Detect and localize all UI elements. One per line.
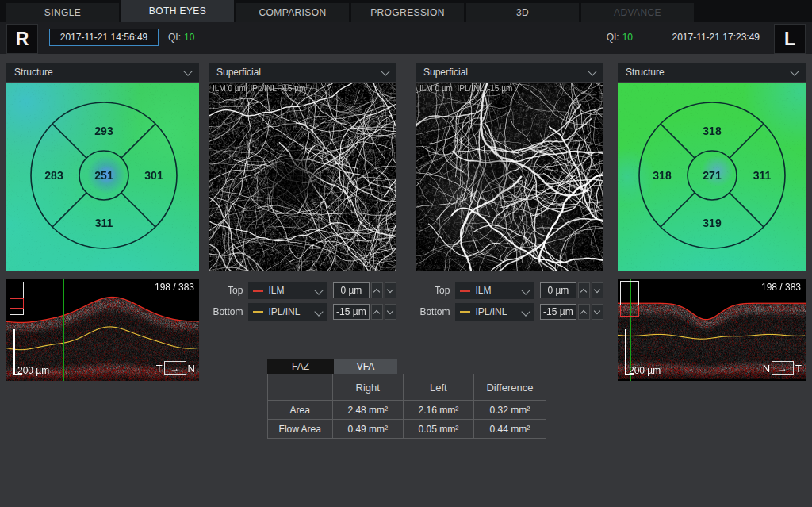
right-scan-position-line[interactable] — [63, 279, 64, 381]
left-bscan-viewport[interactable]: 198 / 383 200 µm N → T — [618, 279, 806, 381]
chevron-up-icon — [373, 309, 380, 316]
left-bottom-offset-field[interactable]: -15 µm — [540, 304, 576, 320]
tab-progression[interactable]: PROGRESSION — [351, 3, 464, 22]
compass-right-letter: T — [795, 363, 802, 374]
top-layer-label: Top — [416, 285, 450, 296]
metric-label: Flow Area — [268, 420, 333, 439]
left-top-offset-field[interactable]: 0 µm — [540, 282, 576, 298]
etdrs-value-temporal: 311 — [753, 169, 772, 182]
right-qi: QI: 10 — [168, 29, 194, 46]
right-bottom-offset-increment-button[interactable] — [371, 304, 383, 320]
tab-both-eyes[interactable]: BOTH EYES — [121, 0, 234, 22]
right-top-offset-field[interactable]: 0 µm — [333, 282, 369, 298]
right-angio-slab-label: Superficial — [216, 67, 261, 78]
right-frame-counter: 198 / 383 — [155, 282, 194, 293]
ipl-inl-line-color-icon — [253, 311, 263, 313]
flow-area-right-value: 0.49 mm² — [332, 420, 403, 439]
header-left: Left — [403, 374, 473, 401]
left-top-offset-increment-button[interactable] — [578, 282, 590, 298]
exam-header: R 2017-11-21 14:56:49 QI: 10 QI: 10 2017… — [0, 22, 812, 54]
right-top-offset-decrement-button[interactable] — [385, 282, 396, 298]
right-top-offset-increment-button[interactable] — [371, 282, 383, 298]
left-slab-boundaries-overlay: ILM 0 µm IPL/INL -15 µm — [419, 84, 512, 93]
etdrs-value-superior: 318 — [703, 125, 722, 137]
left-bottom-layer-select[interactable]: IPL/INL — [455, 303, 534, 321]
table-row: Flow Area 0.49 mm² 0.05 mm² 0.44 mm² — [268, 420, 546, 439]
chevron-up-icon — [373, 288, 380, 294]
right-angiography-image[interactable] — [209, 83, 396, 271]
right-angio-slab-dropdown[interactable]: Superficial — [209, 63, 396, 82]
left-slab-range-indicator-icon — [620, 305, 639, 317]
left-qi: QI: 10 — [607, 29, 633, 46]
tab-faz[interactable]: FAZ — [267, 359, 334, 374]
right-structure-panel: Structure 293 283 251 301 — [6, 63, 199, 271]
left-bottom-offset-increment-button[interactable] — [578, 304, 590, 320]
left-frame-counter: 198 / 383 — [761, 282, 801, 293]
left-bottom-layer-value: IPL/INL — [475, 306, 507, 317]
app-window: SINGLE BOTH EYES COMPARISON PROGRESSION … — [0, 0, 812, 507]
measurement-table: Right Left Difference Area 2.48 mm² 2.16… — [267, 374, 546, 439]
left-qi-value: 10 — [622, 32, 633, 43]
left-qi-label: QI: — [607, 32, 619, 43]
chevron-down-icon — [594, 286, 600, 293]
header-difference: Difference — [473, 374, 546, 401]
etdrs-value-center: 271 — [703, 169, 722, 182]
right-angio-panel: Superficial ILM 0 µm IPL/INL -15 µm — [209, 63, 396, 271]
right-bottom-layer-value: IPL/INL — [268, 306, 300, 317]
tab-comparison[interactable]: COMPARISON — [236, 3, 349, 22]
left-top-layer-select[interactable]: ILM — [455, 282, 534, 299]
right-bottom-offset-decrement-button[interactable] — [385, 304, 396, 320]
left-angio-slab-dropdown[interactable]: Superficial — [416, 63, 603, 82]
tab-3d[interactable]: 3D — [466, 3, 579, 22]
tab-single[interactable]: SINGLE — [6, 3, 119, 22]
metric-label: Area — [268, 401, 333, 420]
chevron-down-icon — [522, 286, 530, 294]
right-bottom-offset-field[interactable]: -15 µm — [333, 304, 369, 320]
right-bscan-viewport[interactable]: 198 / 383 200 µm T → N — [6, 279, 199, 381]
right-slab-range-indicator-icon — [10, 298, 24, 309]
chevron-down-icon — [522, 307, 530, 316]
chevron-up-icon — [580, 309, 587, 316]
compass-right-letter: N — [188, 363, 195, 374]
compass-left-letter: N — [763, 363, 770, 374]
right-orientation-compass: T → N — [156, 361, 195, 375]
faz-measurements-block: FAZ VFA Right Left Difference Area 2.48 … — [267, 359, 546, 439]
flow-area-left-value: 0.05 mm² — [403, 420, 473, 439]
left-slab-controls: Top ILM 0 µm Bottom IPL/INL -15 µm — [416, 282, 603, 325]
bottom-layer-label: Bottom — [416, 306, 450, 317]
chevron-down-icon — [183, 67, 192, 75]
left-angio-panel: Superficial ILM 0 µm IPL/INL -15 µm — [416, 63, 603, 271]
left-top-offset-decrement-button[interactable] — [592, 282, 603, 298]
right-scale-label: 200 µm — [17, 365, 49, 376]
ilm-line-color-icon — [460, 290, 470, 292]
tab-vfa[interactable]: VFA — [334, 359, 397, 374]
top-layer-label: Top — [209, 285, 243, 296]
left-structure-dropdown[interactable]: Structure — [618, 63, 806, 82]
right-top-layer-select[interactable]: ILM — [248, 282, 327, 299]
measurement-tabs: FAZ VFA — [267, 359, 546, 374]
chevron-down-icon — [790, 67, 799, 75]
right-qi-label: QI: — [168, 32, 181, 43]
left-eye-badge: L — [774, 24, 806, 54]
bottom-layer-label: Bottom — [209, 306, 243, 317]
right-exam-date-field[interactable]: 2017-11-21 14:56:49 — [49, 29, 159, 46]
left-exam-date: 2017-11-21 17:23:49 — [672, 29, 760, 46]
chevron-down-icon — [594, 308, 600, 314]
right-structure-dropdown[interactable]: Structure — [6, 63, 199, 82]
left-structure-dropdown-label: Structure — [626, 67, 665, 78]
right-slab-controls: Top ILM 0 µm Bottom IPL/INL -15 µm — [209, 282, 396, 325]
left-etdrs-grid: 318 318 271 311 319 — [618, 83, 806, 271]
right-structure-dropdown-label: Structure — [14, 67, 53, 78]
area-difference-value: 0.32 mm² — [473, 401, 546, 420]
right-eye-badge: R — [6, 24, 38, 54]
chevron-up-icon — [580, 288, 587, 294]
left-orientation-compass: N → T — [763, 361, 802, 375]
chevron-down-icon — [315, 286, 324, 294]
left-bottom-offset-decrement-button[interactable] — [592, 304, 603, 320]
left-angio-slab-label: Superficial — [423, 67, 468, 78]
left-angiography-image[interactable] — [416, 83, 603, 271]
header-right: Right — [332, 374, 403, 401]
etdrs-value-nasal: 318 — [653, 169, 672, 182]
right-bottom-layer-select[interactable]: IPL/INL — [248, 303, 327, 321]
table-header-row: Right Left Difference — [268, 374, 546, 401]
